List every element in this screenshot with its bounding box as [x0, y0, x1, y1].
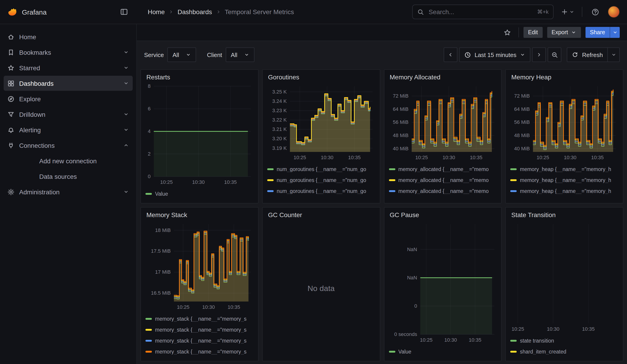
- legend-item[interactable]: memory_stack {__name__="memory_s: [146, 324, 254, 335]
- legend-item[interactable]: num_goroutines {__name__="num_go: [267, 197, 375, 199]
- breadcrumb-item[interactable]: Dashboards: [178, 8, 212, 15]
- edit-button[interactable]: Edit: [523, 27, 542, 38]
- share-menu-button[interactable]: [610, 27, 620, 38]
- sidebar-item-dashboards[interactable]: Dashboards: [4, 76, 133, 91]
- breadcrumb-item[interactable]: Home: [148, 8, 165, 15]
- legend-item[interactable]: Value: [146, 188, 254, 199]
- svg-text:40 MiB: 40 MiB: [393, 146, 408, 152]
- legend: state transitionshard_item_created: [511, 335, 619, 357]
- legend: memory_heap {__name__="memory_hmemory_he…: [511, 164, 619, 199]
- chevron-down-icon[interactable]: [123, 111, 129, 117]
- search-input[interactable]: ⌘+k: [412, 4, 554, 19]
- panel-grid: Restarts0246810:2510:3010:35ValueGorouti…: [137, 69, 627, 364]
- legend-item[interactable]: memory_allocated {__name__="memo: [389, 197, 497, 199]
- chevron-down-icon[interactable]: [123, 65, 129, 71]
- grafana-app: Grafana HomeDashboardsTemporal Server Me…: [0, 0, 627, 364]
- time-range-picker[interactable]: Last 15 minutes: [459, 48, 530, 62]
- sidebar-item-explore[interactable]: Explore: [4, 91, 133, 106]
- share-split-button: Share: [585, 27, 620, 38]
- legend-item[interactable]: memory_allocated {__name__="memo: [389, 175, 497, 186]
- legend-item[interactable]: memory_allocated {__name__="memo: [389, 186, 497, 197]
- chevron-down-icon[interactable]: [123, 127, 129, 133]
- divider: [519, 27, 519, 37]
- chart-canvas[interactable]: 3.19 K3.20 K3.21 K3.22 K3.23 K3.24 K3.25…: [267, 83, 375, 162]
- panel-title[interactable]: GC Pause: [390, 211, 497, 218]
- share-button[interactable]: Share: [585, 27, 610, 38]
- legend-item[interactable]: Value: [389, 346, 497, 357]
- sidebar-item-connections[interactable]: Connections: [4, 138, 133, 153]
- chevron-right-icon: [216, 9, 221, 15]
- chevron-down-icon[interactable]: [123, 189, 129, 195]
- sidebar-item-drilldown[interactable]: Drilldown: [4, 107, 133, 122]
- svg-text:10:35: 10:35: [469, 337, 481, 343]
- panel-title[interactable]: Memory Allocated: [390, 73, 497, 81]
- variable-value-dropdown[interactable]: All: [226, 48, 254, 62]
- panel-title[interactable]: Goroutines: [268, 73, 375, 81]
- add-button[interactable]: [560, 7, 575, 16]
- legend-label: memory_stack {__name__="memory_s: [155, 338, 247, 343]
- svg-text:NaN: NaN: [407, 247, 417, 252]
- panel-title[interactable]: State Transition: [511, 211, 619, 218]
- avatar[interactable]: [608, 6, 620, 18]
- chart-canvas[interactable]: 0246810:2510:3010:35: [146, 83, 254, 187]
- legend-item[interactable]: memory_allocated {__name__="memo: [389, 164, 497, 175]
- svg-text:0 seconds: 0 seconds: [394, 331, 417, 337]
- export-button[interactable]: Export: [547, 27, 581, 38]
- svg-text:10:30: 10:30: [202, 304, 215, 310]
- chart-canvas[interactable]: 40 MiB48 MiB56 MiB64 MiB72 MiB10:2510:30…: [511, 83, 619, 162]
- legend-item[interactable]: shard_item_created: [511, 346, 619, 357]
- legend-item[interactable]: memory_stack {__name__="memory_s: [146, 335, 254, 346]
- panel-title[interactable]: GC Counter: [268, 211, 375, 218]
- legend-swatch: [146, 340, 152, 342]
- help-icon[interactable]: [589, 5, 601, 18]
- refresh-interval-button[interactable]: [608, 48, 620, 62]
- chart-canvas[interactable]: 40 MiB48 MiB56 MiB64 MiB72 MiB10:2510:30…: [389, 83, 497, 162]
- legend-item[interactable]: memory_stack {__name__="memory_s: [146, 346, 254, 357]
- legend-item[interactable]: memory_heap {__name__="memory_h: [511, 175, 619, 186]
- legend-item[interactable]: state transition: [511, 335, 619, 346]
- brand-title: Grafana: [22, 8, 47, 16]
- sidebar-item-home[interactable]: Home: [4, 29, 133, 44]
- legend-item[interactable]: num_goroutines {__name__="num_go: [267, 164, 375, 175]
- legend-item[interactable]: memory_heap {__name__="memory_h: [511, 186, 619, 197]
- variable-value-dropdown[interactable]: All: [168, 48, 196, 62]
- legend-item[interactable]: num_goroutines {__name__="num_go: [267, 186, 375, 197]
- panel-restarts: Restarts0246810:2510:3010:35Value: [140, 69, 259, 204]
- sidebar-item-administration[interactable]: Administration: [4, 184, 133, 199]
- legend-label: memory_stack {__name__="memory_s: [155, 349, 247, 354]
- chevron-up-icon[interactable]: [123, 142, 129, 148]
- search-field[interactable]: [428, 8, 533, 16]
- chart-canvas[interactable]: 0 seconds0NaNNaN10:2510:3010:35: [389, 220, 497, 344]
- header-actions: ⌘+k: [412, 4, 627, 19]
- svg-text:3.20 K: 3.20 K: [272, 136, 287, 141]
- refresh-button[interactable]: Refresh: [567, 48, 608, 62]
- legend: memory_stack {__name__="memory_smemory_s…: [146, 313, 254, 357]
- refresh-label: Refresh: [582, 51, 603, 58]
- svg-text:10:25: 10:25: [177, 304, 189, 310]
- chevron-down-icon[interactable]: [123, 80, 129, 86]
- sidebar-item-add-new-connection[interactable]: Add new connection: [4, 153, 133, 168]
- legend-item[interactable]: memory_stack {__name__="memory_s: [146, 313, 254, 324]
- legend-item[interactable]: num_goroutines {__name__="num_go: [267, 175, 375, 186]
- refresh-split-button: Refresh: [567, 48, 620, 62]
- panel-title[interactable]: Memory Stack: [146, 211, 254, 218]
- chevron-down-icon[interactable]: [123, 49, 129, 55]
- sidebar-item-starred[interactable]: Starred: [4, 60, 133, 75]
- sidebar-item-data-sources[interactable]: Data sources: [4, 169, 133, 184]
- panel-title[interactable]: Restarts: [146, 73, 254, 81]
- legend-item[interactable]: memory_heap {__name__="memory_h: [511, 164, 619, 175]
- time-back-button[interactable]: [443, 48, 457, 62]
- legend-label: memory_allocated {__name__="memo: [398, 177, 489, 183]
- sidebar-item-alerting[interactable]: Alerting: [4, 122, 133, 137]
- grafana-logo[interactable]: [7, 7, 17, 17]
- sidebar-toggle-icon[interactable]: [118, 5, 130, 18]
- zoom-out-icon[interactable]: [548, 48, 562, 62]
- sidebar-item-bookmarks[interactable]: Bookmarks: [4, 45, 133, 60]
- chart-canvas[interactable]: 16.5 MiB17 MiB17.5 MiB18 MiB10:2510:3010…: [146, 220, 254, 312]
- chart-canvas[interactable]: 10:2510:3010:35: [511, 220, 619, 333]
- legend-item[interactable]: memory_heap {__name__="memory_h: [511, 197, 619, 199]
- star-icon[interactable]: [501, 26, 514, 39]
- breadcrumb: HomeDashboardsTemporal Server Metrics: [137, 8, 412, 15]
- panel-title[interactable]: Memory Heap: [511, 73, 619, 81]
- time-forward-button[interactable]: [532, 48, 546, 62]
